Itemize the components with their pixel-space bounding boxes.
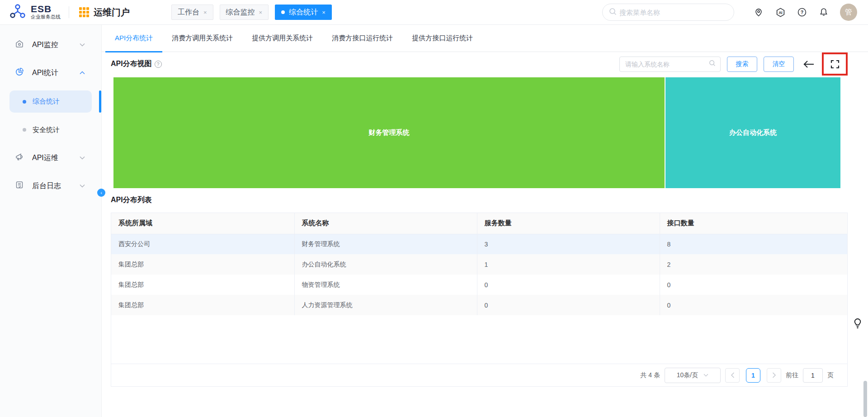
app-window: ESB 企业服务总线 运维门户 工作台 × 综合监控 × 综合统计 ×: [0, 0, 868, 417]
treemap-block-finance[interactable]: 财务管理系统: [113, 77, 665, 188]
brand-logo: ESB 企业服务总线: [0, 3, 61, 22]
page-size-select[interactable]: 10条/页: [665, 368, 721, 383]
log-document-icon: [15, 180, 24, 191]
active-dot: [281, 10, 285, 14]
divider: [69, 6, 69, 18]
tab-consumer-interface-run[interactable]: 消费方接口运行统计: [322, 25, 402, 52]
cell-system: 物资管理系统: [294, 275, 477, 295]
menu-search: [602, 4, 734, 21]
header-actions: AI ? 管: [753, 4, 868, 21]
current-page-button[interactable]: 1: [746, 368, 760, 383]
help-tooltip-icon[interactable]: ?: [155, 61, 162, 68]
window-tab-monitoring[interactable]: 综合监控 ×: [220, 5, 269, 20]
search-button[interactable]: 搜索: [727, 57, 757, 72]
cell-services: 0: [477, 275, 660, 295]
table-empty-space: [111, 315, 847, 364]
column-header-domain: 系统所属域: [111, 213, 294, 234]
clear-button[interactable]: 清空: [764, 57, 794, 72]
window-tab-statistics[interactable]: 综合统计 ×: [275, 5, 332, 20]
sidebar-item-api-statistics[interactable]: API统计: [0, 59, 101, 87]
monitor-icon: [15, 39, 24, 50]
inactive-dot: [23, 128, 26, 132]
sidebar-item-label: 后台日志: [32, 181, 61, 191]
back-arrow-button[interactable]: [803, 60, 815, 69]
cell-interfaces: 2: [660, 254, 847, 275]
portal-title-group: 运维门户: [79, 6, 130, 19]
sidebar-item-api-monitor[interactable]: API监控: [0, 31, 101, 59]
cell-services: 3: [477, 234, 660, 254]
treemap-label: 财务管理系统: [368, 128, 409, 137]
cell-services: 0: [477, 295, 660, 315]
lightbulb-hint-icon[interactable]: [854, 318, 862, 331]
api-distribution-list-card: 系统所属域 系统名称 服务数量 接口数量 西安分公司 财务管理系统 3 8 集团…: [111, 213, 848, 387]
system-name-input[interactable]: [625, 61, 709, 68]
menu-search-input[interactable]: [619, 9, 727, 16]
chevron-down-icon: [80, 43, 85, 47]
location-icon[interactable]: [753, 7, 764, 18]
sidebar: API监控 API统计 综合统计 安全统计: [0, 25, 102, 417]
sidebar-item-comprehensive-statistics[interactable]: 综合统计: [9, 90, 92, 113]
cell-services: 1: [477, 254, 660, 275]
sidebar-item-backend-logs[interactable]: 后台日志: [0, 172, 101, 200]
window-tab-workbench[interactable]: 工作台 ×: [171, 5, 213, 20]
page-unit-label: 页: [827, 371, 834, 379]
tab-label: 工作台: [178, 8, 199, 17]
cell-interfaces: 0: [660, 295, 847, 315]
table-row[interactable]: 集团总部 物资管理系统 0 0: [111, 275, 847, 295]
tab-consumer-call-relation[interactable]: 消费方调用关系统计: [162, 25, 242, 52]
sidebar-subitem-label: 综合统计: [33, 97, 60, 106]
api-distribution-table: 系统所属域 系统名称 服务数量 接口数量 西安分公司 财务管理系统 3 8 集团…: [111, 213, 847, 315]
cell-system: 办公自动化系统: [294, 254, 477, 275]
goto-label: 前往: [786, 371, 798, 379]
logo-subtitle: 企业服务总线: [31, 14, 61, 20]
tab-label: 综合统计: [289, 8, 318, 17]
page-size-value: 10条/页: [677, 371, 698, 379]
view-title-group: API分布视图 ?: [111, 59, 162, 69]
chevron-up-icon: [80, 71, 85, 75]
bell-icon[interactable]: [818, 7, 829, 18]
cell-domain: 集团总部: [111, 295, 294, 315]
treemap-block-office-automation[interactable]: 办公自动化系统: [665, 77, 840, 188]
table-row[interactable]: 西安分公司 财务管理系统 3 8: [111, 234, 847, 254]
goto-page-input[interactable]: [803, 368, 823, 383]
megaphone-icon: [15, 152, 24, 163]
avatar[interactable]: 管: [840, 4, 857, 21]
system-name-search: [619, 57, 721, 72]
search-icon: [709, 60, 716, 68]
vertical-scrollbar-thumb[interactable]: [863, 381, 867, 417]
chevron-down-icon: [80, 184, 85, 188]
fullscreen-button[interactable]: [830, 59, 840, 70]
portal-title: 运维门户: [94, 6, 130, 19]
close-tab-icon[interactable]: ×: [322, 9, 326, 16]
sidebar-subitem-label: 安全统计: [33, 126, 60, 134]
table-row[interactable]: 集团总部 人力资源管理系统 0 0: [111, 295, 847, 315]
cell-domain: 西安分公司: [111, 234, 294, 254]
ai-assistant-icon[interactable]: AI: [775, 7, 786, 18]
cell-domain: 集团总部: [111, 254, 294, 275]
chevron-down-icon: [703, 374, 708, 377]
next-page-button[interactable]: [767, 368, 781, 383]
tab-provider-call-relation[interactable]: 提供方调用关系统计: [242, 25, 322, 52]
help-icon[interactable]: ?: [797, 7, 807, 18]
sidebar-item-api-ops[interactable]: API运维: [0, 144, 101, 172]
window-tabs: 工作台 × 综合监控 × 综合统计 ×: [171, 5, 332, 20]
chevron-down-icon: [80, 156, 85, 160]
sidebar-collapse-button[interactable]: ‹: [97, 189, 105, 197]
pie-chart-icon: [15, 67, 24, 78]
apps-grid-icon: [79, 7, 89, 17]
tab-provider-interface-run[interactable]: 提供方接口运行统计: [402, 25, 482, 52]
sidebar-item-label: API统计: [32, 68, 58, 78]
close-tab-icon[interactable]: ×: [259, 9, 263, 16]
view-title: API分布视图: [111, 59, 152, 69]
treemap-label: 办公自动化系统: [729, 128, 777, 137]
sidebar-item-label: API运维: [32, 153, 58, 163]
table-row[interactable]: 集团总部 办公自动化系统 1 2: [111, 254, 847, 275]
sidebar-item-security-statistics[interactable]: 安全统计: [9, 118, 92, 141]
statistics-tabs: API分布统计 消费方调用关系统计 提供方调用关系统计 消费方接口运行统计 提供…: [102, 25, 868, 52]
close-tab-icon[interactable]: ×: [203, 9, 207, 16]
tab-api-distribution[interactable]: API分布统计: [105, 25, 162, 52]
main-content: API分布统计 消费方调用关系统计 提供方调用关系统计 消费方接口运行统计 提供…: [102, 25, 868, 417]
list-title: API分布列表: [111, 195, 868, 204]
sidebar-item-label: API监控: [32, 40, 58, 50]
prev-page-button[interactable]: [725, 368, 740, 383]
